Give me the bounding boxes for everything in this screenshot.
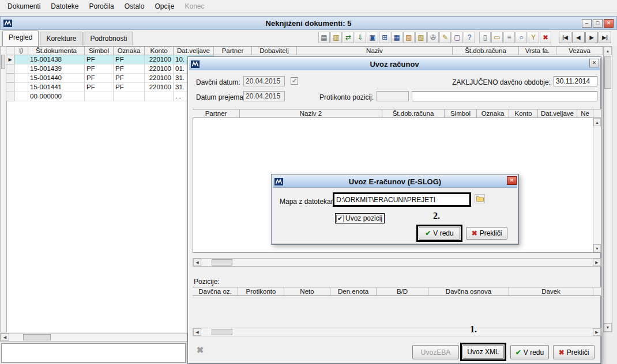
col-davcna-oz[interactable]: Davčna oz. [193,287,238,296]
left-scrollbar[interactable] [0,46,6,332]
column-header-st-dokumenta[interactable]: Št.dokumenta [28,46,85,55]
left-scrollbar-thumb[interactable] [1,55,5,69]
col-protikonto[interactable]: Protikonto [238,287,284,296]
browse-folder-button[interactable] [475,194,485,203]
tab-korekture[interactable]: Korekture [40,32,82,46]
table-icon[interactable]: ▦ [391,32,402,43]
tags-icon[interactable]: ▥ [330,32,342,43]
help-icon[interactable]: ? [464,32,475,43]
next-record-button[interactable]: ▶ [585,32,598,43]
dialog-close-button[interactable]: ✕ [589,59,599,67]
paperclip-column-header[interactable] [14,46,28,55]
v-redu-button[interactable]: ✔V redu [419,227,460,240]
invoice-grid-hscroll[interactable]: ◀ ▶ [193,258,601,267]
uvoz-pozicij-checkbox[interactable]: ✔ [336,215,344,222]
row-pointer-icon: ▶ [6,55,14,65]
scroll-left-icon[interactable]: ◀ [193,328,201,336]
scroll-left-icon[interactable]: ◀ [1,333,9,341]
column-header-partner[interactable]: Partner [214,46,252,55]
col-oznaka[interactable]: Oznaka [477,109,509,118]
menu-dokumenti[interactable]: Dokumenti [2,1,46,12]
report-icon[interactable]: ▧ [403,32,415,43]
filter-icon[interactable]: Y [528,32,539,43]
scroll-right-icon[interactable]: ▶ [593,328,601,336]
col-davek[interactable]: Davek [509,287,593,296]
scroll-left-icon[interactable]: ◀ [193,259,201,266]
col-den-enota[interactable]: Den.enota [330,287,377,296]
column-header-dat-veljave[interactable]: Dat.veljave [174,46,214,55]
protikonto-name-field[interactable] [412,91,597,101]
screen-icon[interactable]: ▢ [452,32,463,43]
tab-pregled[interactable]: Pregled [2,31,39,46]
scroll-up-icon[interactable]: ▲ [604,47,612,55]
preklici-button[interactable]: ✖Prekliči [553,345,595,359]
menu-porocila[interactable]: Poročila [84,1,119,12]
refresh-icon[interactable]: ⇄ [343,32,354,43]
zakljuceno-field[interactable] [554,76,597,86]
col-bd[interactable]: B/D [377,287,428,296]
cell-doc: 15-001439 [28,65,85,74]
cell-konto: 220100 [145,65,174,74]
scroll-down-icon[interactable]: ▼ [593,244,601,252]
preklici-button[interactable]: ✖Prekliči [466,227,507,240]
menu-opcije[interactable]: Opcije [149,1,179,12]
v-redu-button[interactable]: ✔V redu [510,345,549,359]
import-icon[interactable]: ⇩ [355,32,366,43]
search-icon[interactable]: ○ [516,32,527,43]
properties-icon[interactable]: ▤ [318,32,330,43]
edit-icon[interactable]: ✎ [439,32,451,43]
delete-icon[interactable]: ✖ [540,32,551,43]
invoice-grid-vscroll[interactable]: ▲ ▼ [593,118,601,252]
maximize-button[interactable]: □ [593,19,603,28]
last-record-button[interactable]: ▶| [599,32,611,43]
main-vscroll-thumb[interactable] [604,56,611,89]
column-header-naziv[interactable]: Naziv [297,46,453,55]
column-header-vezava[interactable]: Vezava [556,46,603,55]
col-st-dob-racuna[interactable]: Št.dob.računa [382,109,445,118]
column-header-vrsta-fa[interactable]: Vrsta fa. [519,46,556,55]
menu-ostalo[interactable]: Ostalo [119,1,150,12]
invoice-hscroll-thumb[interactable] [212,259,232,266]
col-ne[interactable]: Ne [577,109,593,118]
positions-hscroll-thumb[interactable] [212,329,232,335]
column-header-konto[interactable]: Konto [145,46,174,55]
column-header-dobavitelj[interactable]: Dobavitelj [252,46,297,55]
col-partner[interactable]: Partner [193,109,240,118]
uvoz-xml-button[interactable]: Uvoz XML [462,345,504,359]
col-dat-veljave[interactable]: Dat.veljave [538,109,577,118]
scroll-right-icon[interactable]: ▶ [593,259,601,266]
archive-icon[interactable]: ▨ [415,32,427,43]
menu-datoteke[interactable]: Datoteke [46,1,84,12]
column-header-simbol[interactable]: Simbol [85,46,114,55]
uvoz-pozicij-checkbox-group[interactable]: ✔ Uvoz pozicij [335,213,385,223]
datum-prejema-field [243,91,285,101]
col-davcna-osnova[interactable]: Davčna osnova [428,287,509,296]
new-document-icon[interactable]: ▯ [479,32,491,43]
scroll-up-icon[interactable]: ▲ [593,118,601,126]
col-simbol[interactable]: Simbol [445,109,477,118]
col-konto[interactable]: Konto [509,109,538,118]
open-folder-icon[interactable]: ▭ [491,32,503,43]
dialog-close-button[interactable]: ✕ [507,176,517,185]
column-header-st-dob-racuna[interactable]: Št.dob.računa [453,46,519,55]
col-neto[interactable]: Neto [284,287,330,296]
first-record-button[interactable]: |◀ [559,32,571,43]
scroll-down-icon[interactable]: ▼ [604,323,612,332]
main-hscroll-thumb[interactable] [23,334,51,340]
column-header-oznaka[interactable]: Oznaka [114,46,145,55]
close-button[interactable]: ✕ [604,19,614,28]
col-naziv2[interactable]: Naziv 2 [240,109,382,118]
mapa-path-input[interactable] [334,194,469,205]
protikonto-code-field [377,91,409,101]
previous-record-button[interactable]: ◀ [572,32,585,43]
positions-grid-hscroll[interactable]: ◀ ▶ [193,328,601,336]
attachment-icon[interactable]: ✇ [427,32,439,43]
tab-podrobnosti[interactable]: Podrobnosti [84,32,133,46]
uvoz-eracunov-dialog: Uvoz E-računov (E-SLOG) ✕ Mapa z datotek… [271,174,519,245]
main-vertical-scrollbar[interactable]: ▲ ▼ [603,46,612,332]
copy-icon[interactable]: ⊞ [379,32,390,43]
main-horizontal-scrollbar[interactable]: ◀ [0,333,187,342]
minimize-button[interactable]: – [582,19,592,28]
save-icon[interactable]: ▣ [367,32,378,43]
print-icon[interactable]: ≡ [503,32,515,43]
